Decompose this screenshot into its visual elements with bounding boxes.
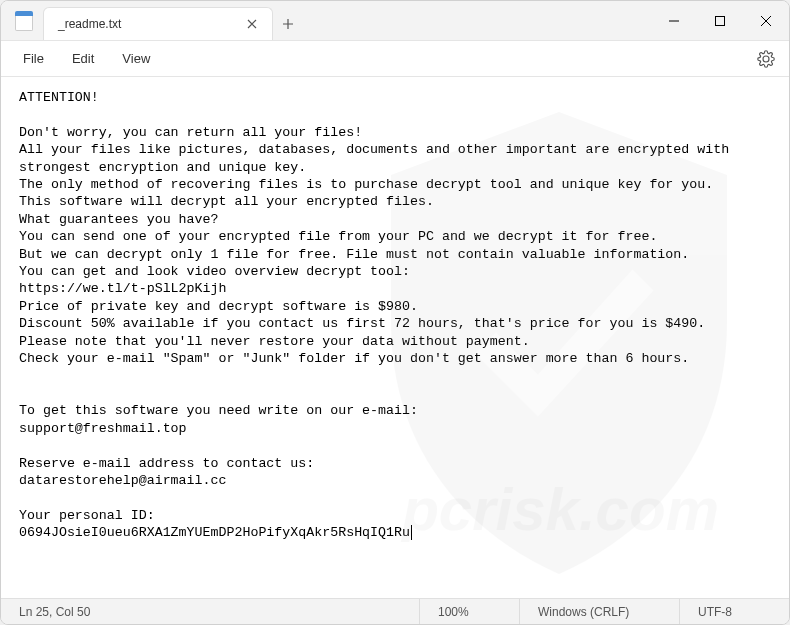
minimize-button[interactable] [651, 1, 697, 40]
status-zoom: 100% [419, 599, 519, 624]
status-encoding: UTF-8 [679, 599, 789, 624]
svg-rect-0 [716, 16, 725, 25]
notepad-icon [15, 11, 33, 31]
editor-content[interactable]: ATTENTION! Don't worry, you can return a… [1, 77, 789, 598]
window-controls [651, 1, 789, 40]
menu-edit[interactable]: Edit [58, 45, 108, 72]
status-line-ending: Windows (CRLF) [519, 599, 679, 624]
tab[interactable]: _readme.txt [43, 7, 273, 40]
document-text: ATTENTION! Don't worry, you can return a… [19, 90, 737, 540]
new-tab-button[interactable] [273, 7, 303, 40]
titlebar: _readme.txt [1, 1, 789, 41]
settings-button[interactable] [751, 44, 781, 74]
menu-file[interactable]: File [9, 45, 58, 72]
close-tab-icon[interactable] [242, 14, 262, 34]
menubar: File Edit View [1, 41, 789, 77]
notepad-window: _readme.txt File Edit View [0, 0, 790, 625]
window-close-button[interactable] [743, 1, 789, 40]
status-position: Ln 25, Col 50 [1, 599, 419, 624]
tab-title: _readme.txt [58, 17, 242, 31]
app-icon [1, 1, 37, 40]
statusbar: Ln 25, Col 50 100% Windows (CRLF) UTF-8 [1, 598, 789, 624]
gear-icon [757, 50, 775, 68]
menu-view[interactable]: View [108, 45, 164, 72]
maximize-button[interactable] [697, 1, 743, 40]
text-caret [411, 525, 412, 540]
